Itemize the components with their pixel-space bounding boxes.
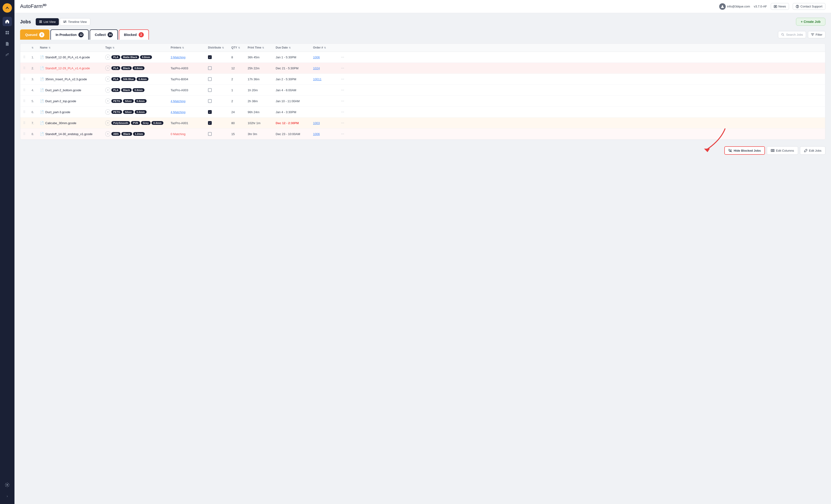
drag-handle[interactable]: ⠿ xyxy=(23,55,31,59)
more-button[interactable]: ··· xyxy=(341,121,349,125)
distribute-checkbox[interactable] xyxy=(208,99,212,103)
distribute-cell[interactable] xyxy=(208,110,231,114)
filter-button[interactable]: Filter xyxy=(808,31,825,38)
more-button[interactable]: ··· xyxy=(341,55,349,59)
col-tags[interactable]: Tags ⇅ xyxy=(105,46,171,49)
add-tag-button[interactable]: + xyxy=(105,65,110,71)
more-button[interactable]: ··· xyxy=(341,110,349,114)
distribute-checkbox[interactable] xyxy=(208,110,212,114)
add-tag-button[interactable]: + xyxy=(105,110,110,115)
more-button[interactable]: ··· xyxy=(341,99,349,103)
edit-columns-button[interactable]: Edit Columns xyxy=(767,146,798,155)
distribute-cell[interactable] xyxy=(208,88,231,92)
table-row[interactable]: ⠿ 7. 📄 Calicube_30mm.gcode + PolySmooth … xyxy=(20,118,825,128)
printer-cell: TazPro-A001 xyxy=(171,121,208,125)
sidebar-item-home[interactable] xyxy=(3,17,12,26)
col-distribute[interactable]: Distribute ⇅ xyxy=(208,46,231,49)
add-tag-button[interactable]: + xyxy=(105,98,110,103)
distribute-cell[interactable] xyxy=(208,99,231,103)
tab-list-view[interactable]: List View xyxy=(36,18,59,25)
table-row[interactable]: ⠿ 3. 📄 35mm_Insert_PLA_v2.3.gcode + PLA … xyxy=(20,74,825,85)
printer-cell[interactable]: 4 Matching xyxy=(171,110,208,114)
drag-handle[interactable]: ⠿ xyxy=(23,132,31,136)
drag-handle[interactable]: ⠿ xyxy=(23,88,31,92)
table-row[interactable]: ⠿ 2. 📄 Standoff_12-29_PLA_v1.4.gcode + P… xyxy=(20,63,825,74)
drag-handle[interactable]: ⠿ xyxy=(23,66,31,70)
order-cell[interactable]: 1006 xyxy=(313,56,341,59)
more-button[interactable]: ··· xyxy=(341,132,349,136)
col-due-date[interactable]: Due Date ⇅ xyxy=(276,46,313,49)
filter-tab-collect[interactable]: Collect 34 xyxy=(90,29,118,40)
svg-rect-18 xyxy=(65,21,66,22)
row-number: 6. xyxy=(31,110,40,114)
distribute-cell[interactable] xyxy=(208,66,231,70)
distribute-checkbox[interactable] xyxy=(208,88,212,92)
add-tag-button[interactable]: + xyxy=(105,88,110,93)
tab-timeline-view[interactable]: Timeline View xyxy=(60,18,90,25)
drag-handle[interactable]: ⠿ xyxy=(23,77,31,81)
order-cell[interactable]: 1024 xyxy=(313,66,341,70)
col-printers[interactable]: Printers ⇅ xyxy=(171,46,208,49)
table-row[interactable]: ⠿ 1. 📄 Standoff_12-30_PLA_v1.4.gcode + P… xyxy=(20,52,825,63)
order-cell[interactable]: 10011 xyxy=(313,78,341,81)
file-name: 📄 35mm_Insert_PLA_v2.3.gcode xyxy=(40,77,105,81)
more-button[interactable]: ··· xyxy=(341,66,349,70)
add-tag-button[interactable]: + xyxy=(105,77,110,82)
printer-cell[interactable]: 4 Matching xyxy=(171,99,208,103)
user-info[interactable]: info@3dque.com xyxy=(719,3,750,10)
contact-support-button[interactable]: Contact Support xyxy=(793,3,825,10)
sidebar-item-settings[interactable] xyxy=(3,480,12,490)
distribute-cell[interactable] xyxy=(208,77,231,81)
table-row[interactable]: ⠿ 6. 📄 Duct_part-3.gcode + PETG Silver 0… xyxy=(20,107,825,118)
drag-handle[interactable]: ⠿ xyxy=(23,121,31,125)
add-tag-button[interactable]: + xyxy=(105,55,110,60)
sidebar-item-analytics[interactable] xyxy=(3,51,12,60)
sidebar-item-orders[interactable] xyxy=(3,28,12,37)
file-name: 📄 Duct_part-3.gcode xyxy=(40,110,105,114)
distribute-checkbox[interactable] xyxy=(208,121,212,125)
more-button[interactable]: ··· xyxy=(341,77,349,81)
col-order[interactable]: Order # ⇅ xyxy=(313,46,341,49)
blocked-badge: 2 xyxy=(139,32,144,37)
order-cell[interactable]: 1003 xyxy=(313,121,341,125)
printer-cell[interactable]: 3 Matching xyxy=(171,56,208,59)
order-cell[interactable]: 1006 xyxy=(313,132,341,136)
news-button[interactable]: News xyxy=(771,3,789,10)
filter-tab-blocked[interactable]: Blocked 2 xyxy=(119,29,149,40)
tag: PVB xyxy=(131,121,140,125)
qty-cell: 15 xyxy=(231,132,248,136)
distribute-checkbox[interactable] xyxy=(208,132,212,136)
table-row[interactable]: ⠿ 4. 📄 Duct_part-2_bottom.gcode + PLA Bl… xyxy=(20,85,825,96)
tags-cell: + PLA Matte Black 0.8mm xyxy=(105,55,171,60)
distribute-checkbox[interactable] xyxy=(208,66,212,70)
distribute-checkbox[interactable] xyxy=(208,77,212,81)
app-logo[interactable] xyxy=(3,3,12,12)
more-button[interactable]: ··· xyxy=(341,88,349,92)
sidebar-item-files[interactable] xyxy=(3,39,12,49)
filter-tab-queued[interactable]: Queued 8 xyxy=(20,29,50,40)
search-box[interactable]: Search Jobs xyxy=(778,31,806,38)
distribute-cell[interactable] xyxy=(208,55,231,59)
edit-jobs-button[interactable]: Edit Jobs xyxy=(800,146,825,155)
filter-tab-production[interactable]: In Production 12 xyxy=(51,29,89,40)
distribute-cell[interactable] xyxy=(208,132,231,136)
row-number: 3. xyxy=(31,78,40,81)
table-row[interactable]: ⠿ 5. 📄 Duct_part-2_top.gcode + PETG Silv… xyxy=(20,96,825,107)
add-tag-button[interactable]: + xyxy=(105,131,110,137)
col-qty[interactable]: QTY ⇅ xyxy=(231,46,248,49)
hide-blocked-jobs-button[interactable]: Hide Blocked Jobs xyxy=(724,146,765,155)
add-tag-button[interactable]: + xyxy=(105,120,110,125)
distribute-checkbox[interactable] xyxy=(208,55,212,59)
col-print-time[interactable]: Print Time ⇅ xyxy=(248,46,276,49)
tag: Silver xyxy=(123,110,134,114)
create-job-button[interactable]: + Create Job xyxy=(796,18,825,26)
distribute-cell[interactable] xyxy=(208,121,231,125)
table-row[interactable]: ⠿ 8. 📄 Standoff_14-30_endstop_v1.gcode +… xyxy=(20,128,825,140)
sidebar-expand-btn[interactable]: › xyxy=(3,492,12,501)
svg-rect-19 xyxy=(63,22,65,23)
col-name[interactable]: Name ⇅ xyxy=(40,46,105,49)
tag: 0.8mm xyxy=(133,88,144,92)
drag-handle[interactable]: ⠿ xyxy=(23,99,31,103)
drag-handle[interactable]: ⠿ xyxy=(23,110,31,114)
tag: PETG xyxy=(111,110,122,114)
